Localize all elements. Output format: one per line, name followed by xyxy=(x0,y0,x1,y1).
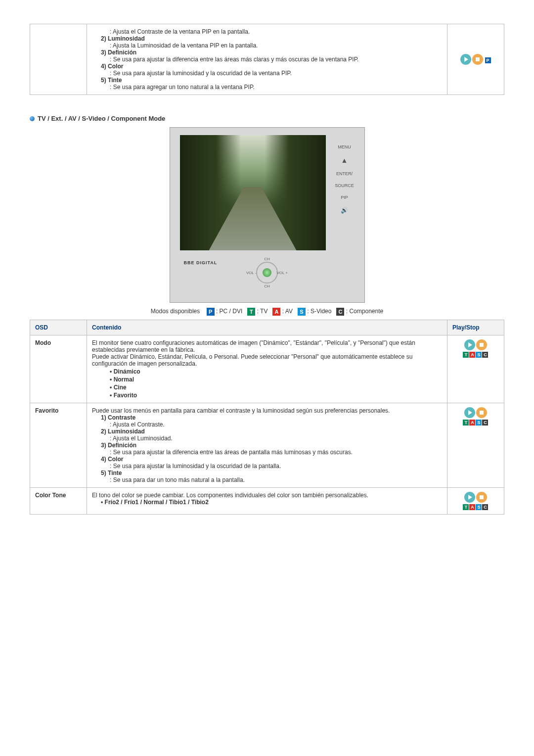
pip-item-5-desc: : Se usa para agregar un tono natural a … xyxy=(92,84,442,91)
c-badge-icon: C xyxy=(482,352,488,358)
pip-item-4-desc: : Se usa para ajustar la luminosidad y l… xyxy=(92,70,442,77)
row-favorito-para: Puede usar los menús en pantalla para ca… xyxy=(92,407,442,414)
p-badge-icon: P xyxy=(485,57,491,63)
stop-icon xyxy=(476,339,487,350)
s-badge-icon: S xyxy=(476,352,482,358)
empty-osd-cell xyxy=(30,24,87,95)
modes-available-line: Modos disponibles P : PC / DVI T : TV A … xyxy=(30,308,504,316)
tv-monitor-illustration: MENU ▲ ENTER/ SOURCE PIP 🔊 BBE DIGITAL C… xyxy=(170,127,365,303)
pip-playstop-cell: P xyxy=(447,24,504,95)
pip-item-3-title: 3) Definición xyxy=(92,49,442,56)
pip-item-3-desc: : Se usa para ajustar la diferencia entr… xyxy=(92,56,442,63)
section-title: TV / Ext. / AV / S-Video / Component Mod… xyxy=(38,115,165,122)
settings-table: OSD Contenido Play/Stop Modo El monitor … xyxy=(30,320,504,515)
play-icon xyxy=(464,407,475,418)
row-colortone-label: Color Tone xyxy=(30,488,87,515)
tv-control-ring: CH CH VOL - VOL + xyxy=(256,262,278,284)
tv-screen-illustration xyxy=(180,135,326,250)
modo-bullet-4: Favorito xyxy=(92,392,442,399)
fav-item-2-d: : Ajusta el Luminosidad. xyxy=(92,435,442,442)
tv-side-panel: MENU ▲ ENTER/ SOURCE PIP 🔊 xyxy=(330,138,359,221)
mode-text-c: : Componente xyxy=(346,308,383,315)
play-stop-icon xyxy=(464,407,487,418)
row-colortone-playstop: T A S C xyxy=(447,488,504,515)
pip-content-cell: : Ajusta el Contraste de la ventana PIP … xyxy=(87,24,447,95)
pip-item-2-desc: : Ajusta la Luminosidad de la ventana PI… xyxy=(92,42,442,49)
pip-item-1-desc: : Ajusta el Contraste de la ventana PIP … xyxy=(92,28,442,35)
row-favorito-label: Favorito xyxy=(30,403,87,488)
mode-badge-s: S xyxy=(298,308,306,316)
fav-item-4-d: : Se usa para ajustar la luminosidad y l… xyxy=(92,463,442,470)
mode-text-p: : PC / DVI xyxy=(216,308,242,315)
c-badge-icon: C xyxy=(482,504,488,510)
ch-down-label: CH xyxy=(264,284,270,288)
tv-controls: CH CH VOL - VOL + xyxy=(245,255,289,290)
power-button-icon xyxy=(263,268,271,277)
play-stop-icon xyxy=(464,492,487,503)
play-icon xyxy=(464,492,475,503)
tv-menu-label: MENU xyxy=(330,144,359,149)
row-colortone-content: El tono del color se puede cambiar. Los … xyxy=(87,488,447,515)
tv-enter-label: ENTER/ xyxy=(330,171,359,176)
s-badge-icon: S xyxy=(476,504,482,510)
t-badge-icon: T xyxy=(463,352,469,358)
play-icon xyxy=(464,339,475,350)
mode-badge-c: C xyxy=(336,308,344,316)
th-contenido: Contenido xyxy=(87,320,447,335)
fav-item-4-t: 4) Color xyxy=(92,456,442,463)
a-badge-icon: A xyxy=(469,352,475,358)
fav-item-3-d: : Se usa para ajustar la diferencia entr… xyxy=(92,449,442,456)
modo-bullet-1: Dinámico xyxy=(92,368,442,375)
pip-item-4-title: 4) Color xyxy=(92,63,442,70)
row-modo-para: El monitor tiene cuatro configuraciones … xyxy=(92,339,442,367)
stop-icon xyxy=(476,492,487,503)
stop-icon xyxy=(476,407,487,418)
t-badge-icon: T xyxy=(463,420,469,425)
a-badge-icon: A xyxy=(469,420,475,425)
ch-up-label: CH xyxy=(264,257,270,261)
t-badge-icon: T xyxy=(463,504,469,510)
pip-settings-table: : Ajusta el Contraste de la ventana PIP … xyxy=(30,24,504,95)
fav-item-3-t: 3) Definición xyxy=(92,442,442,449)
row-favorito-playstop: T A S C xyxy=(447,403,504,488)
pip-item-5-title: 5) Tinte xyxy=(92,77,442,84)
row-modo-playstop: T A S C xyxy=(447,335,504,403)
mode-text-a: : AV xyxy=(282,308,293,315)
mode-text-s: : S-Video xyxy=(307,308,331,315)
fav-item-2-t: 2) Luminosidad xyxy=(92,428,442,435)
tv-source-label: SOURCE xyxy=(330,183,359,188)
vol-plus-label: VOL + xyxy=(276,271,288,275)
pip-item-2-title: 2) Luminosidad xyxy=(92,35,442,42)
modo-bullet-2: Normal xyxy=(92,376,442,383)
mode-badge-p: P xyxy=(207,308,215,316)
th-osd: OSD xyxy=(30,320,87,335)
row-colortone-sub: • Frío2 / Frío1 / Normal / Tibio1 / Tibi… xyxy=(92,499,442,506)
row-modo-label: Modo xyxy=(30,335,87,403)
tv-speaker-icon: 🔊 xyxy=(330,207,359,214)
tv-pip-label: PIP xyxy=(330,195,359,200)
modes-label: Modos disponibles xyxy=(151,308,200,315)
s-badge-icon: S xyxy=(476,420,482,425)
play-stop-icon xyxy=(464,339,487,350)
play-stop-icon xyxy=(460,54,483,65)
play-icon xyxy=(460,54,471,65)
table-row: Modo El monitor tiene cuatro configuraci… xyxy=(30,335,504,403)
section-bullet-icon xyxy=(30,116,35,121)
table-row: Favorito Puede usar los menús en pantall… xyxy=(30,403,504,488)
mode-text-t: : TV xyxy=(257,308,268,315)
tv-button-icon: ▲ xyxy=(330,156,359,164)
fav-item-5-d: : Se usa para dar un tono más natural a … xyxy=(92,476,442,483)
a-badge-icon: A xyxy=(469,504,475,510)
th-playstop: Play/Stop xyxy=(447,320,504,335)
mode-badge-a: A xyxy=(272,308,280,316)
fav-item-1-d: : Ajusta el Contraste. xyxy=(92,421,442,428)
tv-logo: BBE DIGITAL xyxy=(184,260,218,265)
mode-badge-t: T xyxy=(247,308,255,316)
modo-bullet-3: Cine xyxy=(92,384,442,391)
fav-item-1-t: 1) Contraste xyxy=(92,414,442,421)
row-colortone-para: El tono del color se puede cambiar. Los … xyxy=(92,492,442,499)
vol-minus-label: VOL - xyxy=(246,271,257,275)
row-modo-content: El monitor tiene cuatro configuraciones … xyxy=(87,335,447,403)
section-header: TV / Ext. / AV / S-Video / Component Mod… xyxy=(30,115,504,122)
table-row: Color Tone El tono del color se puede ca… xyxy=(30,488,504,515)
